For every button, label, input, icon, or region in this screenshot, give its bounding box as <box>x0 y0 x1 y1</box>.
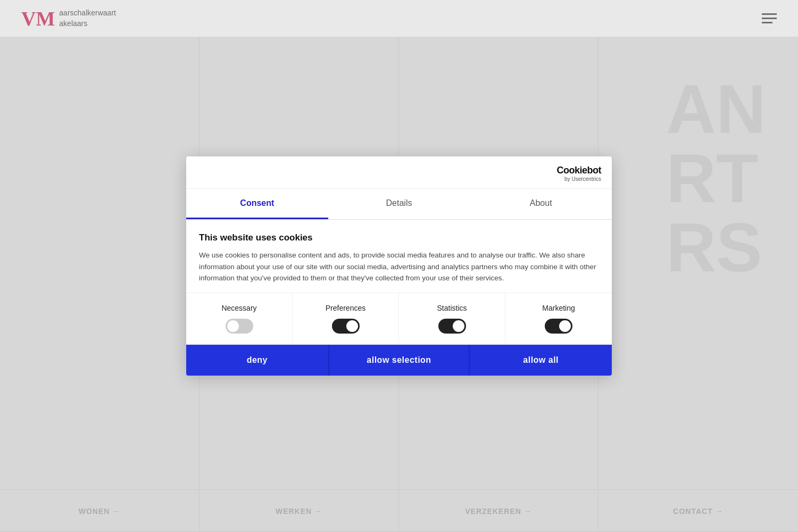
tab-about[interactable]: About <box>470 189 612 219</box>
toggle-statistics: Statistics <box>399 293 505 344</box>
cookie-buttons: deny allow selection allow all <box>186 345 612 376</box>
toggle-preferences: Preferences <box>293 293 399 344</box>
cookie-dialog-header: Cookiebot by Usercentrics <box>186 156 612 189</box>
cookiebot-sub: by Usercentrics <box>564 176 601 182</box>
cookie-description: We use cookies to personalise content an… <box>199 250 599 284</box>
toggle-necessary: Necessary <box>186 293 293 344</box>
toggle-marketing: Marketing <box>505 293 612 344</box>
toggle-statistics-switch[interactable] <box>438 319 466 334</box>
toggle-marketing-knob <box>559 320 571 332</box>
allow-all-button[interactable]: allow all <box>470 345 612 376</box>
toggle-statistics-label: Statistics <box>437 304 467 312</box>
cookiebot-name: Cookiebot <box>557 165 602 176</box>
tab-consent[interactable]: Consent <box>186 189 328 219</box>
toggle-preferences-track <box>332 319 360 334</box>
cookie-title: This website uses cookies <box>199 232 599 243</box>
toggle-statistics-track <box>438 319 466 334</box>
toggle-necessary-track <box>226 319 253 334</box>
toggle-marketing-label: Marketing <box>542 304 575 312</box>
allow-selection-button[interactable]: allow selection <box>328 345 470 376</box>
cookie-toggles-row: Necessary Preferences Statistics <box>186 293 612 345</box>
toggle-statistics-knob <box>453 320 464 332</box>
toggle-marketing-switch[interactable] <box>545 319 572 334</box>
cookie-body: This website uses cookies We use cookies… <box>186 220 612 293</box>
tab-details[interactable]: Details <box>328 189 470 219</box>
toggle-preferences-knob <box>346 320 358 332</box>
toggle-necessary-knob <box>227 320 239 332</box>
cookiebot-brand: Cookiebot by Usercentrics <box>557 165 602 182</box>
deny-button[interactable]: deny <box>186 345 328 376</box>
cookie-overlay: Cookiebot by Usercentrics Consent Detail… <box>0 0 798 532</box>
toggle-necessary-switch[interactable] <box>226 319 253 334</box>
toggle-preferences-label: Preferences <box>326 304 365 312</box>
toggle-marketing-track <box>545 319 572 334</box>
cookie-consent-dialog: Cookiebot by Usercentrics Consent Detail… <box>186 156 612 376</box>
toggle-preferences-switch[interactable] <box>332 319 360 334</box>
toggle-necessary-label: Necessary <box>221 304 256 312</box>
cookie-tabs: Consent Details About <box>186 189 612 220</box>
